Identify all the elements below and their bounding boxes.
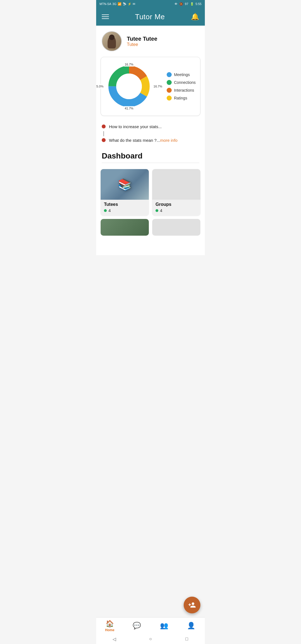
battery-text: 97: [185, 2, 188, 6]
groups-count-dot: [156, 209, 158, 212]
tutees-card-footer: Tutees 4: [101, 200, 149, 216]
avatar: [102, 31, 122, 51]
carrier-text: MTN-SA: [99, 2, 111, 6]
info-divider-line: [103, 131, 104, 136]
legend-ratings: Ratings: [167, 96, 196, 101]
chart-content: 16.7% 16.7% 41.7% 25.0% Meetings Connect…: [105, 63, 196, 110]
info-text-2: What do the stats mean ?...more info: [109, 137, 178, 143]
battery-icon: 🔋: [190, 2, 194, 6]
legend-label-interactions: Interactions: [174, 88, 194, 92]
tutees-count-dot: [104, 209, 107, 212]
hamburger-line-3: [102, 18, 109, 19]
notification-bell-icon[interactable]: 🔔: [191, 13, 199, 21]
info-section: How to increase your stats... What do th…: [96, 120, 205, 147]
groups-card[interactable]: Groups 4: [152, 169, 200, 216]
app-bar: Tutor Me 🔔: [96, 8, 205, 26]
dashboard-divider: [102, 163, 199, 163]
donut-svg: [105, 63, 153, 110]
legend-dot-interactions: [167, 88, 172, 93]
chart-label-bottom: 41.7%: [123, 106, 134, 111]
info-dot-1: [102, 125, 106, 128]
mute-icon: 🔕: [179, 2, 183, 6]
profile-section: Tutee Tutee Tutee: [96, 26, 205, 54]
avatar-image: [102, 32, 121, 51]
hamburger-line-1: [102, 14, 109, 15]
second-row-image-1: [101, 219, 149, 236]
app-title: Tutor Me: [135, 13, 165, 21]
legend-dot-connections: [167, 80, 172, 85]
network-type: 3G: [112, 2, 116, 6]
time-text: 5:55: [196, 2, 202, 6]
info-item-1: How to increase your stats...: [102, 124, 199, 130]
signal-icon: 📶: [118, 2, 122, 6]
tutees-count-value: 4: [108, 208, 111, 213]
tutees-card-count: 4: [104, 208, 145, 213]
groups-card-count: 4: [156, 208, 197, 213]
groups-image-bg: [152, 169, 200, 200]
legend-connections: Connections: [167, 80, 196, 85]
legend-dot-meetings: [167, 72, 172, 77]
tutees-card[interactable]: Tutees 4: [101, 169, 149, 216]
main-content: Tutee Tutee Tutee: [96, 26, 205, 255]
profile-name: Tutee Tutee: [127, 36, 157, 42]
second-row-partial: [101, 219, 200, 236]
donut-chart: 16.7% 16.7% 41.7% 25.0%: [105, 63, 153, 110]
tutees-image-bg: [101, 169, 149, 200]
usb-icon: ⚡: [128, 2, 132, 6]
chart-legend: Meetings Connections Interactions Rating…: [167, 72, 196, 101]
status-right: 👁 🔕 97 🔋 5:55: [174, 2, 202, 6]
info-dot-2: [102, 138, 106, 142]
dashboard-grid: Tutees 4 Groups 4: [96, 169, 205, 216]
legend-label-connections: Connections: [174, 80, 196, 85]
wifi-icon: 📡: [123, 2, 127, 6]
gmail-icon: ✉: [133, 2, 135, 6]
groups-card-title: Groups: [156, 202, 197, 207]
status-left: MTN-SA 3G 📶 📡 ⚡ ✉: [99, 2, 135, 6]
svg-point-5: [116, 74, 142, 99]
groups-card-footer: Groups 4: [152, 200, 200, 216]
second-row-card-1: [101, 219, 149, 236]
second-row-card-2: [152, 219, 200, 236]
legend-interactions: Interactions: [167, 88, 196, 93]
groups-card-image: [152, 169, 200, 200]
chart-card: 16.7% 16.7% 41.7% 25.0% Meetings Connect…: [101, 57, 200, 116]
tutees-card-title: Tutees: [104, 202, 145, 207]
tutees-card-image: [101, 169, 149, 200]
menu-button[interactable]: [102, 14, 109, 19]
profile-role: Tutee: [127, 42, 157, 47]
chart-label-left: 25.0%: [96, 84, 105, 89]
legend-label-meetings: Meetings: [174, 72, 190, 77]
info-item-2: What do the stats mean ?...more info: [102, 137, 199, 143]
chart-label-right: 16.7%: [152, 84, 163, 89]
legend-meetings: Meetings: [167, 72, 196, 77]
legend-dot-ratings: [167, 96, 172, 101]
eye-icon: 👁: [174, 2, 178, 6]
dashboard-section: Dashboard: [96, 147, 205, 169]
groups-count-value: 4: [160, 208, 162, 213]
dashboard-title: Dashboard: [102, 152, 199, 160]
hamburger-line-2: [102, 16, 109, 17]
chart-label-top: 16.7%: [123, 62, 134, 67]
status-bar: MTN-SA 3G 📶 📡 ⚡ ✉ 👁 🔕 97 🔋 5:55: [96, 0, 205, 8]
more-info-link[interactable]: more info: [160, 138, 178, 143]
legend-label-ratings: Ratings: [174, 96, 187, 100]
profile-info: Tutee Tutee Tutee: [127, 36, 157, 47]
info-text-1: How to increase your stats...: [109, 124, 162, 130]
